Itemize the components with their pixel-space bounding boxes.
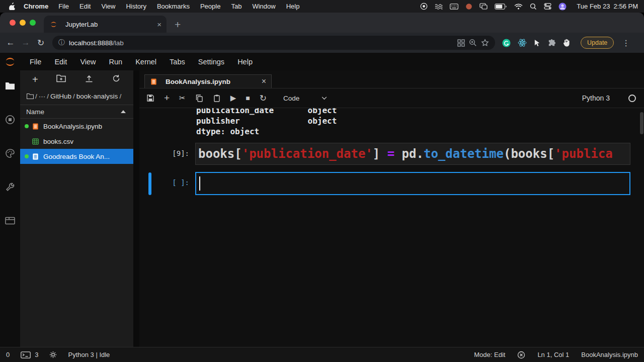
kernel-name-button[interactable]: Python 3: [582, 94, 610, 102]
macos-menu-people[interactable]: People: [200, 3, 220, 10]
url-host: localhost:8888: [69, 39, 113, 47]
breadcrumb-item[interactable]: book-analysis: [76, 93, 118, 100]
terminal-count[interactable]: 3: [35, 351, 38, 358]
run-button[interactable]: ▶: [230, 94, 236, 103]
macos-menu-window[interactable]: Window: [252, 3, 275, 10]
running-sessions-icon[interactable]: [4, 114, 16, 125]
cut-cells-button[interactable]: ✂: [179, 94, 186, 103]
upload-button[interactable]: [85, 74, 94, 84]
bookmark-star-icon[interactable]: [481, 39, 489, 47]
macos-menu-file[interactable]: File: [58, 3, 69, 10]
code-cell-editor[interactable]: books['publication_date'] = pd.to_dateti…: [195, 143, 630, 165]
browser-tabstrip: JupyterLab × +: [0, 13, 644, 33]
zoom-icon[interactable]: [469, 39, 477, 47]
file-item[interactable]: books.csv: [20, 134, 133, 149]
macos-menu-history[interactable]: History: [126, 3, 146, 10]
file-list-header[interactable]: Name: [20, 105, 133, 119]
notebook-mode[interactable]: Mode: Edit: [474, 351, 505, 358]
terminal-icon[interactable]: [21, 351, 31, 358]
jupyter-menu-help[interactable]: Help: [231, 58, 259, 66]
wifi-icon[interactable]: [514, 4, 523, 10]
save-button[interactable]: [146, 94, 154, 102]
screen-record-icon[interactable]: [420, 3, 428, 10]
macos-menu-bookmarks[interactable]: Bookmarks: [157, 3, 190, 10]
empty-cell-editor[interactable]: [195, 172, 630, 195]
window-close-button[interactable]: [10, 20, 16, 26]
status-active-file[interactable]: BookAnalysis.ipynb: [581, 351, 638, 358]
scrollbar-thumb[interactable]: [640, 112, 643, 134]
macos-menu-help[interactable]: Help: [286, 3, 300, 10]
jupyter-menu-kernel[interactable]: Kernel: [129, 58, 163, 66]
file-item[interactable]: BookAnalysis.ipynb: [20, 119, 133, 134]
cursor-position[interactable]: Ln 1, Col 1: [537, 351, 569, 358]
editor-tab[interactable]: BookAnalysis.ipynb ×: [144, 74, 272, 88]
jupyter-menu-settings[interactable]: Settings: [192, 58, 231, 66]
react-devtools-extension-icon[interactable]: [518, 39, 527, 47]
waves-icon[interactable]: [435, 4, 443, 10]
site-info-icon[interactable]: ⓘ: [58, 38, 65, 47]
macos-app-name[interactable]: Chrome: [24, 3, 48, 10]
editor-tab-title: BookAnalysis.ipynb: [166, 78, 230, 85]
address-bar[interactable]: ⓘ localhost:8888/lab: [52, 36, 495, 50]
macos-menu-tab[interactable]: Tab: [231, 3, 242, 10]
code-token: (: [504, 147, 511, 161]
wave-extension-icon[interactable]: [563, 39, 571, 47]
window-zoom-button[interactable]: [30, 20, 36, 26]
control-center-icon[interactable]: [544, 3, 551, 10]
window-minimize-button[interactable]: [20, 20, 26, 26]
property-inspector-icon[interactable]: [4, 182, 16, 193]
command-palette-icon[interactable]: [4, 148, 16, 159]
kernel-sessions-icon[interactable]: [49, 351, 57, 358]
browser-menu-icon[interactable]: ⋮: [622, 38, 630, 48]
notebook-content: publication_date objectpublisher objectd…: [139, 108, 644, 347]
jupyter-menu-view[interactable]: View: [73, 58, 102, 66]
kernel-idle-indicator[interactable]: [628, 95, 636, 102]
new-folder-button[interactable]: [56, 74, 66, 84]
file-browser-icon[interactable]: [4, 80, 16, 92]
keyboard-icon[interactable]: [450, 4, 458, 10]
jupyter-menu-edit[interactable]: Edit: [48, 58, 73, 66]
breadcrumb-item[interactable]: GitHub: [50, 93, 71, 100]
restart-kernel-button[interactable]: ↻: [260, 93, 267, 104]
profile-icon[interactable]: [558, 3, 567, 11]
grammarly-extension-icon[interactable]: [502, 39, 511, 47]
editor-tab-close-icon[interactable]: ×: [262, 77, 266, 86]
activity-bar: [0, 70, 20, 347]
kernel-status[interactable]: Python 3 | Idle: [68, 351, 110, 358]
spotlight-search-icon[interactable]: [530, 3, 537, 10]
selector-extension-icon[interactable]: [534, 39, 540, 47]
forward-button[interactable]: →: [20, 38, 31, 48]
update-button[interactable]: Update: [581, 37, 614, 49]
display-mirroring-icon[interactable]: [479, 3, 488, 10]
tab-close-icon[interactable]: ×: [157, 21, 162, 28]
paste-cells-button[interactable]: [213, 94, 221, 102]
jupyter-menu-file[interactable]: File: [23, 58, 48, 66]
jupyter-menu-tabs[interactable]: Tabs: [163, 58, 192, 66]
macos-menu-view[interactable]: View: [101, 3, 115, 10]
new-tab-button[interactable]: +: [175, 19, 181, 30]
open-tabs-icon[interactable]: [4, 215, 16, 226]
stop-button[interactable]: ■: [246, 94, 250, 102]
add-cell-button[interactable]: +: [164, 93, 170, 104]
refresh-button[interactable]: [112, 74, 120, 84]
notifications-count[interactable]: 0: [6, 351, 10, 358]
browser-tab[interactable]: JupyterLab ×: [44, 16, 167, 33]
copy-cells-button[interactable]: [195, 94, 203, 102]
new-launcher-button[interactable]: +: [32, 74, 38, 84]
jupyter-menu-run[interactable]: Run: [103, 58, 129, 66]
panel-splitter[interactable]: [133, 70, 139, 347]
status-dot-icon[interactable]: [465, 3, 472, 10]
macos-menu-edit[interactable]: Edit: [79, 3, 91, 10]
battery-icon[interactable]: [495, 4, 507, 10]
apple-menu-icon[interactable]: [9, 3, 16, 10]
file-item[interactable]: Goodreads Book An...: [20, 149, 133, 164]
name-column-header[interactable]: Name: [26, 108, 44, 116]
circle-x-icon[interactable]: [517, 351, 525, 359]
extensions-puzzle-icon[interactable]: [547, 39, 556, 47]
breadcrumb-item[interactable]: ···: [39, 93, 46, 100]
menubar-clock[interactable]: Tue Feb 23 2:56 PM: [577, 3, 638, 10]
cell-type-dropdown[interactable]: Code: [283, 95, 327, 102]
back-button[interactable]: ←: [5, 38, 16, 48]
reload-button[interactable]: ↻: [35, 38, 46, 48]
screenshot-grid-icon[interactable]: [457, 39, 465, 47]
